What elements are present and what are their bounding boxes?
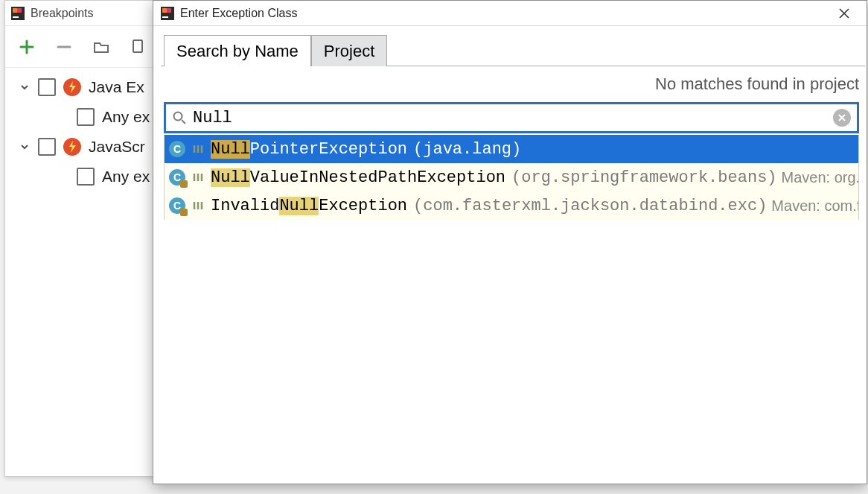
checkbox[interactable]: [38, 78, 56, 96]
checkbox[interactable]: [77, 108, 95, 126]
svg-rect-8: [167, 8, 171, 13]
add-breakpoint-button[interactable]: [17, 37, 36, 57]
source-label: Maven: org.sprin: [782, 169, 858, 186]
package-name: (org.springframework.beans): [511, 168, 776, 187]
tree-label: JavaScr: [89, 138, 145, 156]
checkbox[interactable]: [38, 138, 56, 156]
tree-label: Java Ex: [89, 78, 144, 96]
group-by-package-button[interactable]: [92, 37, 111, 57]
package-name: (com.fasterxml.jackson.databind.exc): [413, 197, 767, 215]
svg-rect-2: [13, 8, 17, 13]
svg-rect-7: [162, 8, 167, 13]
search-icon: [172, 110, 187, 125]
remove-breakpoint-button[interactable]: [54, 37, 74, 57]
clear-search-button[interactable]: [833, 109, 851, 127]
package-name: (java.lang): [413, 140, 521, 159]
svg-rect-3: [17, 8, 22, 13]
result-item[interactable]: C InvalidNullException (com.fasterxml.ja…: [165, 191, 858, 220]
class-icon: C: [169, 141, 185, 157]
exception-icon: [63, 78, 81, 96]
exception-icon: [63, 138, 81, 156]
search-field-wrapper[interactable]: [164, 102, 859, 133]
source-label: Maven: com.faster: [771, 197, 858, 215]
library-icon: [191, 142, 205, 156]
intellij-icon: [11, 7, 25, 20]
tabs: Search by Name Project: [164, 35, 865, 66]
enter-exception-dialog: Enter Exception Class Search by Name Pro…: [153, 0, 867, 484]
svg-point-9: [174, 113, 182, 121]
library-icon: [191, 171, 205, 184]
class-name: InvalidNullException: [211, 197, 407, 215]
class-name: NullPointerException: [211, 140, 407, 159]
tree-label: Any ex: [102, 108, 150, 126]
checkbox[interactable]: [77, 168, 95, 186]
close-button[interactable]: [829, 1, 859, 26]
results-list: C NullPointerException (java.lang) C Nul…: [164, 135, 859, 220]
breakpoints-title: Breakpoints: [31, 7, 94, 20]
search-input[interactable]: [193, 109, 833, 127]
class-icon: C: [169, 169, 185, 186]
result-item[interactable]: C NullValueInNestedPathException (org.sp…: [165, 163, 858, 191]
tab-search-by-name[interactable]: Search by Name: [164, 35, 311, 66]
class-name: NullValueInNestedPathException: [211, 168, 505, 187]
status-message: No matches found in project: [161, 66, 865, 102]
intellij-icon: [161, 7, 174, 20]
class-icon: C: [169, 197, 185, 214]
dialog-title: Enter Exception Class: [180, 7, 297, 20]
svg-rect-4: [133, 40, 142, 52]
result-item[interactable]: C NullPointerException (java.lang): [165, 135, 858, 163]
dialog-titlebar: Enter Exception Class: [153, 1, 867, 26]
tab-project[interactable]: Project: [311, 35, 387, 66]
group-by-file-button[interactable]: [129, 37, 148, 57]
svg-rect-6: [162, 16, 168, 18]
tree-label: Any ex: [102, 168, 150, 186]
dialog-body: Search by Name Project No matches found …: [153, 26, 867, 220]
svg-rect-1: [13, 16, 19, 18]
chevron-down-icon: [19, 81, 31, 93]
library-icon: [191, 199, 205, 212]
chevron-down-icon: [19, 141, 31, 153]
